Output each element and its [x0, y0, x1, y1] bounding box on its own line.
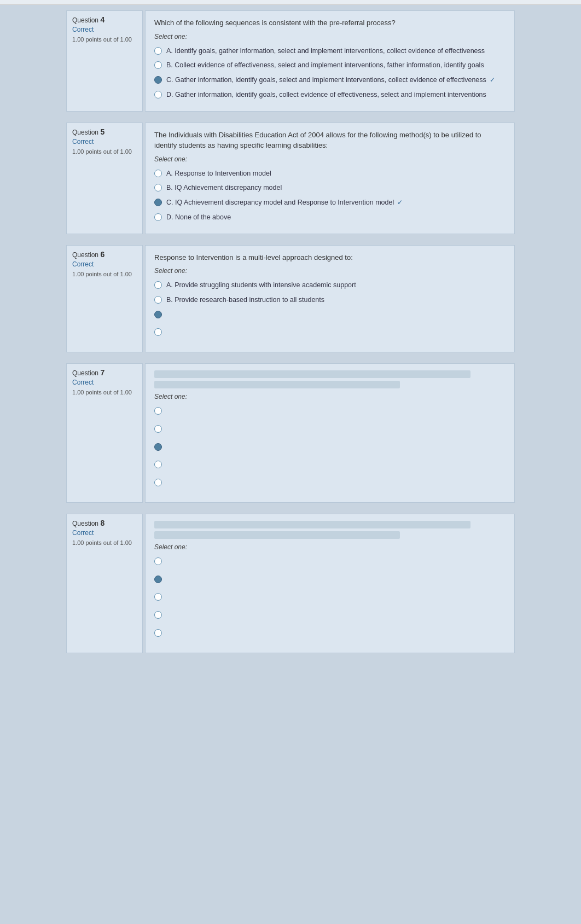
question-block-5: Question 5Correct1.00 points out of 1.00… [66, 123, 515, 234]
option-text-4-C: C. Gather information, identify goals, s… [166, 75, 486, 85]
option-5-A[interactable]: A. Response to Intervention model [154, 168, 506, 179]
question-content-7: Select one: [145, 363, 515, 503]
radio-5-C[interactable] [154, 199, 162, 206]
option-6-C[interactable] [154, 310, 506, 323]
radio-7-D[interactable] [154, 461, 162, 468]
question-number-8: Question 8 [72, 519, 137, 527]
option-5-B[interactable]: B. IQ Achievement discrepancy model [154, 183, 506, 193]
question-block-7: Question 7Correct1.00 points out of 1.00… [66, 363, 515, 503]
option-text-5-D: D. None of the above [166, 212, 231, 223]
option-7-A[interactable] [154, 406, 506, 420]
option-text-5-B: B. IQ Achievement discrepancy model [166, 183, 282, 193]
radio-7-B[interactable] [154, 425, 162, 433]
option-text-6-B: B. Provide research-based instruction to… [166, 295, 324, 305]
option-text-5-A: A. Response to Intervention model [166, 168, 271, 179]
question-content-8: Select one: [145, 514, 515, 653]
radio-5-D[interactable] [154, 213, 162, 221]
radio-8-E[interactable] [154, 629, 162, 637]
radio-8-B[interactable] [154, 576, 162, 583]
option-7-D[interactable] [154, 460, 506, 473]
question-block-8: Question 8Correct1.00 points out of 1.00… [66, 514, 515, 653]
points-label-4: 1.00 points out of 1.00 [72, 36, 137, 44]
top-bar [0, 0, 581, 5]
question-block-6: Question 6Correct1.00 points out of 1.00… [66, 245, 515, 353]
radio-7-A[interactable] [154, 407, 162, 415]
content-area: Question 4Correct1.00 points out of 1.00… [66, 5, 515, 681]
question-meta-5: Question 5Correct1.00 points out of 1.00 [66, 123, 143, 234]
option-7-C[interactable] [154, 442, 506, 456]
question-text-6: Response to Intervention is a multi-leve… [154, 252, 506, 263]
question-number-7: Question 7 [72, 368, 137, 377]
option-5-D[interactable]: D. None of the above [154, 212, 506, 223]
radio-7-E[interactable] [154, 479, 162, 486]
points-label-5: 1.00 points out of 1.00 [72, 148, 137, 156]
points-label-8: 1.00 points out of 1.00 [72, 539, 137, 547]
option-8-D[interactable] [154, 610, 506, 624]
radio-8-A[interactable] [154, 557, 162, 565]
option-4-D[interactable]: D. Gather information, identify goals, c… [154, 90, 506, 100]
option-text-4-D: D. Gather information, identify goals, c… [166, 90, 486, 100]
question-content-6: Response to Intervention is a multi-leve… [145, 245, 515, 353]
question-block-4: Question 4Correct1.00 points out of 1.00… [66, 10, 515, 112]
radio-4-B[interactable] [154, 61, 162, 69]
option-4-C[interactable]: C. Gather information, identify goals, s… [154, 75, 506, 85]
option-8-B[interactable] [154, 574, 506, 588]
radio-6-A[interactable] [154, 281, 162, 289]
correct-label-6: Correct [72, 260, 137, 268]
check-icon-4-C: ✓ [490, 75, 495, 85]
question-text-8 [154, 521, 506, 539]
select-one-4: Select one: [154, 33, 506, 40]
question-meta-7: Question 7Correct1.00 points out of 1.00 [66, 363, 143, 503]
select-one-5: Select one: [154, 155, 506, 163]
question-meta-4: Question 4Correct1.00 points out of 1.00 [66, 10, 143, 112]
correct-label-7: Correct [72, 379, 137, 386]
select-one-8: Select one: [154, 543, 506, 551]
radio-5-B[interactable] [154, 184, 162, 191]
radio-6-C[interactable] [154, 311, 162, 318]
option-5-C[interactable]: C. IQ Achievement discrepancy model and … [154, 197, 506, 208]
correct-label-8: Correct [72, 529, 137, 537]
option-6-B[interactable]: B. Provide research-based instruction to… [154, 295, 506, 305]
correct-label-5: Correct [72, 138, 137, 146]
option-6-A[interactable]: A. Provide struggling students with inte… [154, 280, 506, 290]
option-text-5-C: C. IQ Achievement discrepancy model and … [166, 197, 394, 208]
radio-6-B[interactable] [154, 296, 162, 304]
option-4-A[interactable]: A. Identify goals, gather information, s… [154, 46, 506, 56]
radio-7-C[interactable] [154, 443, 162, 451]
select-one-7: Select one: [154, 393, 506, 400]
option-8-C[interactable] [154, 592, 506, 606]
radio-4-D[interactable] [154, 91, 162, 98]
radio-8-D[interactable] [154, 611, 162, 619]
option-7-E[interactable] [154, 478, 506, 491]
option-7-B[interactable] [154, 424, 506, 438]
points-label-6: 1.00 points out of 1.00 [72, 270, 137, 278]
question-number-6: Question 6 [72, 250, 137, 259]
question-text-7 [154, 370, 506, 388]
select-one-6: Select one: [154, 267, 506, 275]
correct-label-4: Correct [72, 26, 137, 33]
option-4-B[interactable]: B. Collect evidence of effectiveness, se… [154, 60, 506, 71]
radio-6-D[interactable] [154, 328, 162, 336]
question-content-5: The Individuals with Disabilities Educat… [145, 123, 515, 234]
option-6-D[interactable] [154, 327, 506, 341]
question-text-5: The Individuals with Disabilities Educat… [154, 130, 506, 151]
radio-5-A[interactable] [154, 170, 162, 177]
page-wrapper: Question 4Correct1.00 points out of 1.00… [0, 0, 581, 924]
option-text-4-A: A. Identify goals, gather information, s… [166, 46, 485, 56]
option-text-4-B: B. Collect evidence of effectiveness, se… [166, 60, 484, 71]
question-meta-8: Question 8Correct1.00 points out of 1.00 [66, 514, 143, 653]
question-meta-6: Question 6Correct1.00 points out of 1.00 [66, 245, 143, 353]
radio-4-C[interactable] [154, 76, 162, 84]
question-text-4: Which of the following sequences is cons… [154, 18, 506, 28]
option-text-6-A: A. Provide struggling students with inte… [166, 280, 356, 290]
radio-4-A[interactable] [154, 47, 162, 55]
option-8-E[interactable] [154, 628, 506, 642]
question-content-4: Which of the following sequences is cons… [145, 10, 515, 112]
points-label-7: 1.00 points out of 1.00 [72, 388, 137, 397]
radio-8-C[interactable] [154, 593, 162, 601]
question-number-5: Question 5 [72, 127, 137, 136]
check-icon-5-C: ✓ [397, 197, 403, 207]
option-8-A[interactable] [154, 556, 506, 570]
question-number-4: Question 4 [72, 15, 137, 24]
